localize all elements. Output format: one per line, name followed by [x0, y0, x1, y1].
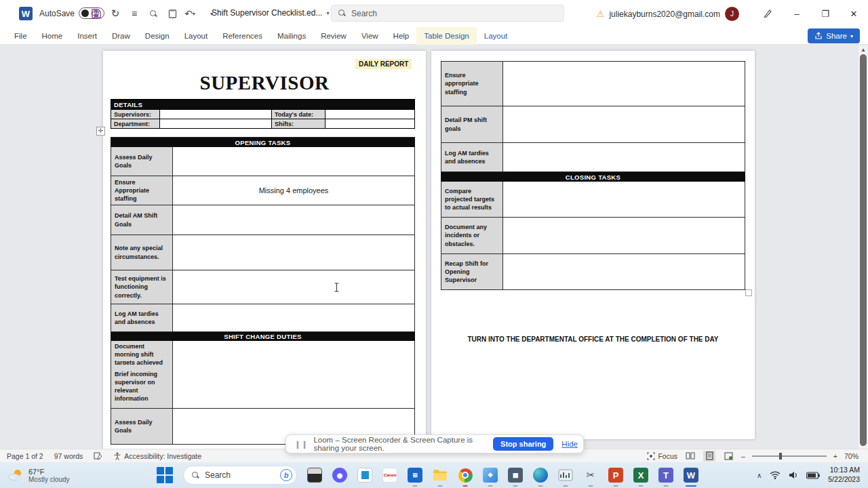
zoom-slider-thumb[interactable]	[779, 453, 782, 460]
taskbar-app-canon[interactable]: Canon	[382, 467, 398, 483]
tab-design[interactable]: Design	[138, 27, 177, 45]
document-canvas[interactable]: DAILY REPORT SUPERVISOR CHECKLIST/NOTES …	[0, 45, 868, 449]
taskbar-app-word[interactable]: W	[683, 467, 699, 483]
tab-review[interactable]: Review	[313, 27, 354, 45]
battery-icon[interactable]	[806, 472, 820, 479]
search-tool-icon[interactable]	[145, 5, 161, 22]
opening-tasks-table[interactable]: OPENING TASKS Assess Daily Goals Ensure …	[111, 137, 415, 445]
task-value-cell[interactable]	[173, 235, 415, 270]
pen-mode-icon[interactable]	[763, 8, 773, 18]
scroll-up-icon[interactable]: ▲	[860, 47, 867, 54]
taskbar-app-photos[interactable]: ❖	[482, 467, 498, 483]
focus-mode-button[interactable]: Focus	[647, 452, 677, 460]
task-value-cell[interactable]	[503, 143, 745, 172]
wifi-icon[interactable]	[770, 471, 781, 479]
task-value-cell[interactable]	[173, 365, 415, 409]
details-value-cell[interactable]	[159, 109, 271, 119]
document-page-2[interactable]: Ensure appropriate staffing Detail PM sh…	[431, 51, 755, 439]
task-value-cell[interactable]: Missing 4 employees	[173, 176, 415, 205]
table-move-handle-icon[interactable]: ✛	[96, 127, 105, 136]
taskbar-app-chrome[interactable]	[457, 467, 473, 483]
details-value-cell[interactable]	[325, 119, 414, 128]
share-button[interactable]: Share ▾	[808, 28, 860, 43]
clock-widget[interactable]: 10:13 AM 5/22/2023	[828, 466, 860, 484]
web-layout-icon[interactable]	[722, 451, 734, 462]
bing-icon[interactable]: b	[280, 469, 292, 481]
page-indicator[interactable]: Page 1 of 2	[7, 452, 43, 460]
taskbar-app-loom[interactable]: ◉	[332, 467, 348, 483]
accessibility-status[interactable]: Accessibility: Investigate	[113, 452, 201, 460]
details-value-cell[interactable]	[325, 109, 414, 119]
minimize-button[interactable]: –	[783, 0, 811, 27]
account-info[interactable]: ⚠ juliekayburns2020@gmail.com J	[597, 7, 739, 21]
task-value-cell[interactable]	[173, 147, 415, 176]
details-table[interactable]: DETAILS Supervisors: Today's date: Depar…	[111, 99, 415, 129]
task-label: Compare projected targets to actual resu…	[441, 182, 503, 218]
taskbar-app-window[interactable]	[357, 467, 373, 483]
tab-help[interactable]: Help	[386, 27, 417, 45]
clipboard-icon[interactable]	[164, 5, 180, 22]
hide-link[interactable]: Hide	[561, 440, 578, 448]
tab-view[interactable]: View	[354, 27, 386, 45]
word-count[interactable]: 97 words	[54, 452, 83, 460]
taskbar-search[interactable]: Search b	[183, 466, 297, 485]
tray-chevron-icon[interactable]: ∧	[757, 472, 762, 479]
taskbar-app-excel[interactable]: X	[633, 467, 649, 483]
taskbar-app-file-explorer[interactable]	[432, 467, 448, 483]
task-value-cell[interactable]	[173, 270, 415, 304]
taskbar-app-powerpoint[interactable]: P	[608, 467, 624, 483]
zoom-slider[interactable]	[752, 455, 827, 457]
task-value-cell[interactable]	[173, 205, 415, 235]
document-title[interactable]: Shift Supervisor Checklist.ed... ▾	[212, 8, 329, 18]
document-page-1[interactable]: DAILY REPORT SUPERVISOR CHECKLIST/NOTES …	[103, 51, 426, 449]
tab-references[interactable]: References	[215, 27, 270, 45]
task-value-cell[interactable]	[503, 62, 745, 106]
read-mode-icon[interactable]	[684, 451, 696, 462]
taskbar-app-store[interactable]: ⊞	[407, 467, 423, 483]
table-resize-handle[interactable]	[745, 289, 752, 296]
taskbar-app-calculator[interactable]: ▦	[507, 467, 524, 483]
zoom-in-button[interactable]: +	[833, 452, 837, 460]
taskbar-app-teams[interactable]: T	[658, 467, 674, 483]
daily-report-badge: DAILY REPORT	[355, 59, 412, 69]
taskbar-app-edge[interactable]	[532, 467, 549, 483]
tab-insert[interactable]: Insert	[70, 27, 104, 45]
tab-home[interactable]: Home	[35, 27, 71, 45]
search-input[interactable]: Search	[331, 5, 564, 22]
task-value-cell[interactable]	[503, 182, 745, 218]
windows-taskbar: 67°F Mostly cloudy Search b ◉ Canon ⊞	[0, 462, 868, 488]
table-row: Ensure appropriate staffing	[441, 62, 745, 106]
repeat-icon[interactable]: ↻	[107, 5, 123, 22]
scrollbar-thumb[interactable]	[860, 54, 867, 446]
task-value-cell[interactable]	[173, 304, 415, 332]
close-button[interactable]: ✕	[840, 0, 868, 27]
stop-sharing-button[interactable]: Stop sharing	[493, 437, 553, 451]
print-layout-icon[interactable]	[703, 451, 715, 462]
task-value-cell[interactable]	[503, 254, 745, 290]
tab-draw[interactable]: Draw	[104, 27, 138, 45]
tab-table-layout[interactable]: Layout	[477, 27, 515, 45]
speaker-icon[interactable]	[789, 471, 798, 479]
pm-tasks-table[interactable]: Ensure appropriate staffing Detail PM sh…	[441, 61, 745, 290]
weather-widget[interactable]: 67°F Mostly cloudy	[0, 468, 156, 483]
tab-file[interactable]: File	[7, 27, 35, 45]
proofing-icon[interactable]	[94, 451, 102, 460]
task-value-cell[interactable]	[503, 218, 745, 254]
tab-layout[interactable]: Layout	[177, 27, 216, 45]
tab-table-design[interactable]: Table Design	[416, 27, 476, 45]
undo-button[interactable]: ↶▾	[182, 5, 198, 22]
avatar[interactable]: J	[725, 7, 739, 21]
tab-mailings[interactable]: Mailings	[270, 27, 313, 45]
vertical-scrollbar[interactable]: ▲	[859, 45, 868, 449]
taskbar-app-notepad-dark[interactable]	[307, 467, 323, 483]
restore-button[interactable]: ❐	[811, 0, 840, 27]
start-button[interactable]	[156, 466, 174, 484]
taskbar-app-snipping-tool[interactable]: ✂	[583, 467, 599, 483]
details-value-cell[interactable]	[159, 119, 271, 128]
taskbar-app-monitor-graph[interactable]	[557, 467, 574, 483]
save-button[interactable]	[88, 5, 104, 22]
zoom-out-button[interactable]: –	[741, 452, 745, 460]
task-value-cell[interactable]	[503, 106, 745, 143]
zoom-level[interactable]: 70%	[844, 452, 859, 460]
menu-lines-icon[interactable]: ≡	[126, 5, 142, 22]
